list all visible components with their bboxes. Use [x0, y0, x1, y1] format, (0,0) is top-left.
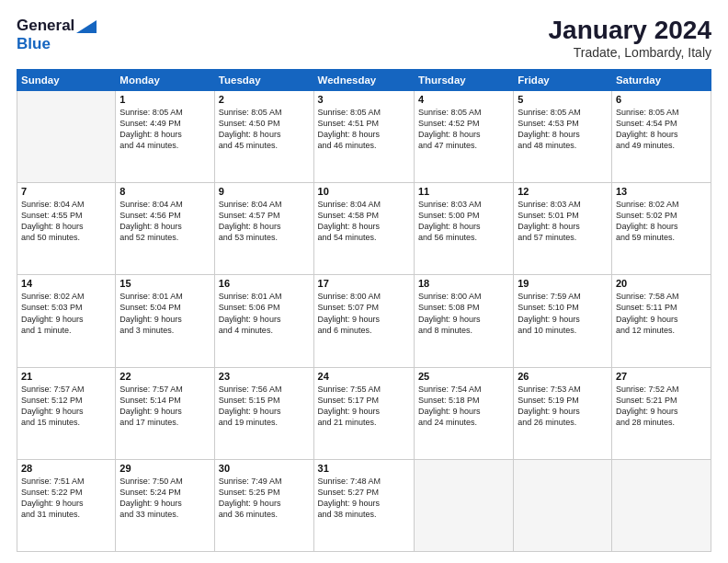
- weekday-sunday: Sunday: [17, 69, 116, 90]
- calendar-cell: 25Sunrise: 7:54 AMSunset: 5:18 PMDayligh…: [414, 367, 513, 459]
- header: General Blue January 2024 Tradate, Lomba…: [17, 17, 711, 60]
- cell-content: Sunrise: 8:02 AMSunset: 5:02 PMDaylight:…: [616, 199, 707, 244]
- week-row-2: 14Sunrise: 8:02 AMSunset: 5:03 PMDayligh…: [17, 275, 711, 367]
- day-number: 24: [318, 371, 410, 382]
- day-number: 11: [418, 186, 509, 197]
- cell-content: Sunrise: 7:51 AMSunset: 5:22 PMDaylight:…: [21, 476, 111, 521]
- week-row-0: 1Sunrise: 8:05 AMSunset: 4:49 PMDaylight…: [17, 90, 711, 182]
- cell-content: Sunrise: 8:05 AMSunset: 4:51 PMDaylight:…: [318, 107, 410, 152]
- week-row-3: 21Sunrise: 7:57 AMSunset: 5:12 PMDayligh…: [17, 367, 711, 459]
- day-number: 6: [616, 94, 707, 105]
- cell-content: Sunrise: 7:58 AMSunset: 5:11 PMDaylight:…: [616, 291, 707, 336]
- weekday-friday: Friday: [514, 69, 612, 90]
- cell-content: Sunrise: 8:05 AMSunset: 4:49 PMDaylight:…: [119, 107, 210, 152]
- cell-content: Sunrise: 8:05 AMSunset: 4:54 PMDaylight:…: [616, 107, 707, 152]
- page: General Blue January 2024 Tradate, Lomba…: [0, 0, 728, 563]
- cell-content: Sunrise: 8:04 AMSunset: 4:57 PMDaylight:…: [219, 199, 310, 244]
- calendar-cell: 26Sunrise: 7:53 AMSunset: 5:19 PMDayligh…: [514, 367, 612, 459]
- calendar-cell: 4Sunrise: 8:05 AMSunset: 4:52 PMDaylight…: [414, 90, 513, 182]
- cell-content: Sunrise: 7:50 AMSunset: 5:24 PMDaylight:…: [119, 476, 210, 521]
- cell-content: Sunrise: 7:53 AMSunset: 5:19 PMDaylight:…: [518, 384, 608, 429]
- calendar-cell: 23Sunrise: 7:56 AMSunset: 5:15 PMDayligh…: [214, 367, 313, 459]
- logo-general: General: [17, 17, 74, 35]
- day-number: 8: [119, 186, 210, 197]
- calendar-cell: 6Sunrise: 8:05 AMSunset: 4:54 PMDaylight…: [611, 90, 711, 182]
- cell-content: Sunrise: 8:04 AMSunset: 4:58 PMDaylight:…: [318, 199, 410, 244]
- calendar-table: SundayMondayTuesdayWednesdayThursdayFrid…: [17, 69, 711, 552]
- day-number: 20: [616, 278, 707, 289]
- cell-content: Sunrise: 7:57 AMSunset: 5:14 PMDaylight:…: [119, 384, 210, 429]
- logo: General Blue: [17, 17, 97, 53]
- calendar-cell: 28Sunrise: 7:51 AMSunset: 5:22 PMDayligh…: [17, 459, 116, 551]
- cell-content: Sunrise: 8:05 AMSunset: 4:52 PMDaylight:…: [418, 107, 509, 152]
- calendar-cell: 7Sunrise: 8:04 AMSunset: 4:55 PMDaylight…: [17, 183, 116, 275]
- weekday-wednesday: Wednesday: [313, 69, 414, 90]
- calendar-cell: 5Sunrise: 8:05 AMSunset: 4:53 PMDaylight…: [514, 90, 612, 182]
- calendar-cell: 15Sunrise: 8:01 AMSunset: 5:04 PMDayligh…: [116, 275, 215, 367]
- day-number: 29: [119, 463, 210, 474]
- cell-content: Sunrise: 7:48 AMSunset: 5:27 PMDaylight:…: [318, 476, 410, 521]
- day-number: 1: [119, 94, 210, 105]
- cell-content: Sunrise: 7:54 AMSunset: 5:18 PMDaylight:…: [418, 384, 509, 429]
- weekday-saturday: Saturday: [611, 69, 711, 90]
- day-number: 31: [318, 463, 410, 474]
- day-number: 3: [318, 94, 410, 105]
- calendar-cell: 29Sunrise: 7:50 AMSunset: 5:24 PMDayligh…: [116, 459, 215, 551]
- day-number: 7: [21, 186, 111, 197]
- cell-content: Sunrise: 8:05 AMSunset: 4:53 PMDaylight:…: [518, 107, 608, 152]
- day-number: 30: [219, 463, 310, 474]
- cell-content: Sunrise: 7:49 AMSunset: 5:25 PMDaylight:…: [219, 476, 310, 521]
- cell-content: Sunrise: 8:03 AMSunset: 5:00 PMDaylight:…: [418, 199, 509, 244]
- calendar-cell: [414, 459, 513, 551]
- calendar-cell: 30Sunrise: 7:49 AMSunset: 5:25 PMDayligh…: [214, 459, 313, 551]
- day-number: 15: [119, 278, 210, 289]
- day-number: 13: [616, 186, 707, 197]
- svg-marker-0: [76, 20, 97, 33]
- cell-content: Sunrise: 7:55 AMSunset: 5:17 PMDaylight:…: [318, 384, 410, 429]
- calendar-cell: 17Sunrise: 8:00 AMSunset: 5:07 PMDayligh…: [313, 275, 414, 367]
- calendar-cell: [17, 90, 116, 182]
- calendar-cell: 31Sunrise: 7:48 AMSunset: 5:27 PMDayligh…: [313, 459, 414, 551]
- calendar-cell: 8Sunrise: 8:04 AMSunset: 4:56 PMDaylight…: [116, 183, 215, 275]
- calendar-cell: 18Sunrise: 8:00 AMSunset: 5:08 PMDayligh…: [414, 275, 513, 367]
- week-row-4: 28Sunrise: 7:51 AMSunset: 5:22 PMDayligh…: [17, 459, 711, 551]
- cell-content: Sunrise: 8:05 AMSunset: 4:50 PMDaylight:…: [219, 107, 310, 152]
- cell-content: Sunrise: 7:56 AMSunset: 5:15 PMDaylight:…: [219, 384, 310, 429]
- cell-content: Sunrise: 8:01 AMSunset: 5:06 PMDaylight:…: [219, 291, 310, 336]
- day-number: 9: [219, 186, 310, 197]
- cell-content: Sunrise: 8:02 AMSunset: 5:03 PMDaylight:…: [21, 291, 111, 336]
- calendar-cell: 1Sunrise: 8:05 AMSunset: 4:49 PMDaylight…: [116, 90, 215, 182]
- weekday-tuesday: Tuesday: [214, 69, 313, 90]
- day-number: 27: [616, 371, 707, 382]
- day-number: 25: [418, 371, 509, 382]
- cell-content: Sunrise: 7:59 AMSunset: 5:10 PMDaylight:…: [518, 291, 608, 336]
- cell-content: Sunrise: 8:01 AMSunset: 5:04 PMDaylight:…: [119, 291, 210, 336]
- day-number: 4: [418, 94, 509, 105]
- cell-content: Sunrise: 8:04 AMSunset: 4:56 PMDaylight:…: [119, 199, 210, 244]
- cell-content: Sunrise: 8:00 AMSunset: 5:08 PMDaylight:…: [418, 291, 509, 336]
- day-number: 12: [518, 186, 608, 197]
- day-number: 16: [219, 278, 310, 289]
- calendar-cell: 27Sunrise: 7:52 AMSunset: 5:21 PMDayligh…: [611, 367, 711, 459]
- day-number: 22: [119, 371, 210, 382]
- day-number: 23: [219, 371, 310, 382]
- calendar-cell: 13Sunrise: 8:02 AMSunset: 5:02 PMDayligh…: [611, 183, 711, 275]
- day-number: 18: [418, 278, 509, 289]
- calendar-cell: 11Sunrise: 8:03 AMSunset: 5:00 PMDayligh…: [414, 183, 513, 275]
- cell-content: Sunrise: 8:00 AMSunset: 5:07 PMDaylight:…: [318, 291, 410, 336]
- day-number: 26: [518, 371, 608, 382]
- month-title: January 2024: [549, 17, 711, 45]
- calendar-cell: 10Sunrise: 8:04 AMSunset: 4:58 PMDayligh…: [313, 183, 414, 275]
- title-block: January 2024 Tradate, Lombardy, Italy: [549, 17, 711, 60]
- calendar-cell: [514, 459, 612, 551]
- day-number: 21: [21, 371, 111, 382]
- calendar-cell: 22Sunrise: 7:57 AMSunset: 5:14 PMDayligh…: [116, 367, 215, 459]
- calendar-cell: 24Sunrise: 7:55 AMSunset: 5:17 PMDayligh…: [313, 367, 414, 459]
- location-title: Tradate, Lombardy, Italy: [549, 45, 711, 60]
- cell-content: Sunrise: 8:04 AMSunset: 4:55 PMDaylight:…: [21, 199, 111, 244]
- weekday-thursday: Thursday: [414, 69, 513, 90]
- calendar-cell: 3Sunrise: 8:05 AMSunset: 4:51 PMDaylight…: [313, 90, 414, 182]
- calendar-cell: 20Sunrise: 7:58 AMSunset: 5:11 PMDayligh…: [611, 275, 711, 367]
- day-number: 17: [318, 278, 410, 289]
- logo-icon: [76, 20, 97, 33]
